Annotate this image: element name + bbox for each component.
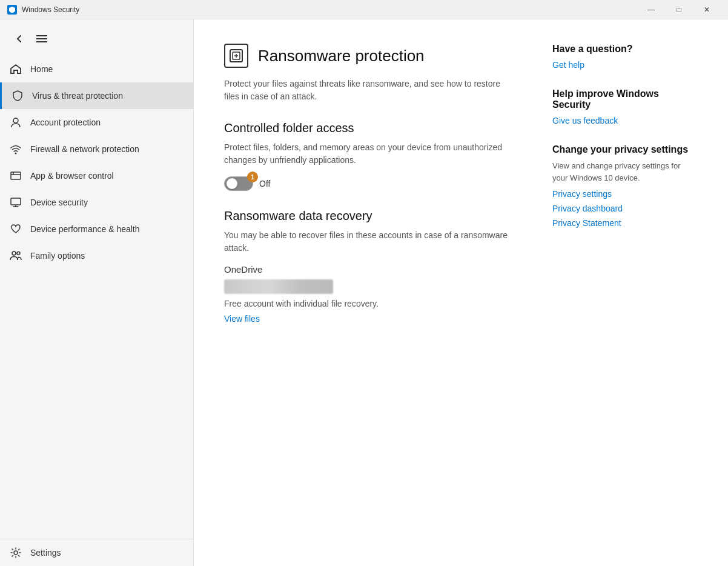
hamburger-line-1 [36,35,47,36]
sidebar-label-account: Account protection [30,118,101,127]
toggle-row: 1 Off [224,176,516,191]
page-icon [224,44,248,68]
home-icon [10,63,22,75]
main-content: Ransomware protection Protect your files… [194,19,728,566]
hamburger-line-2 [36,38,47,39]
minimize-button[interactable]: — [637,0,665,19]
sidebar-item-virus[interactable]: Virus & threat protection [0,82,193,109]
sidebar-item-family[interactable]: Family options [0,242,193,269]
onedrive-avatar [224,279,333,294]
page-description: Protect your files against threats like … [224,78,516,103]
sidebar-item-devicesecurity[interactable]: Device security [0,189,193,216]
svg-point-0 [13,118,18,123]
sidebar-item-account[interactable]: Account protection [0,109,193,136]
sidebar-label-appbrowser: App & browser control [30,171,114,181]
person-icon [10,116,22,128]
privacy-heading: Change your privacy settings [552,144,698,155]
gear-icon [10,547,22,559]
wifi-icon [10,143,22,155]
controlled-folder-title: Controlled folder access [224,121,516,135]
sidebar-label-firewall: Firewall & network protection [30,144,139,154]
sidebar-item-appbrowser[interactable]: App & browser control [0,162,193,189]
hamburger-icon[interactable] [36,35,47,42]
sidebar-item-home[interactable]: Home [0,56,193,82]
sidebar-label-settings: Settings [30,548,61,558]
feedback-link[interactable]: Give us feedback [552,116,618,125]
privacy-statement-link[interactable]: Privacy Statement [552,218,621,228]
question-section: Have a question? Get help [552,44,698,70]
svg-point-7 [17,252,20,255]
back-button[interactable] [10,29,29,48]
sidebar-item-settings[interactable]: Settings [0,539,193,566]
get-help-link[interactable]: Get help [552,60,584,70]
data-recovery-title: Ransomware data recovery [224,209,516,223]
onedrive-label: OneDrive [224,264,516,275]
sidebar-label-devicehealth: Device performance & health [30,224,140,234]
titlebar-title: Windows Security [22,5,637,14]
view-files-link[interactable]: View files [224,314,260,324]
privacy-links: Privacy settings Privacy dashboard Priva… [552,188,698,228]
family-icon [10,250,22,262]
hamburger-line-3 [36,41,47,42]
question-heading: Have a question? [552,44,698,55]
feedback-heading: Help improve Windows Security [552,88,698,110]
account-desc: Free account with individual file recove… [224,299,516,308]
sidebar-top [0,24,193,53]
privacy-section: Change your privacy settings View and ch… [552,144,698,228]
page-title: Ransomware protection [258,47,425,65]
feedback-section: Help improve Windows Security Give us fe… [552,88,698,126]
sidebar-label-virus: Virus & threat protection [32,91,123,101]
toggle-badge: 1 [247,171,258,182]
data-recovery-desc: You may be able to recover files in thes… [224,229,516,255]
window-icon [10,170,22,182]
maximize-button[interactable]: □ [665,0,693,19]
content-left: Ransomware protection Protect your files… [224,44,516,542]
sidebar-label-home: Home [30,64,53,74]
app-container: Home Virus & threat protection Account p… [0,19,728,566]
close-button[interactable]: ✕ [693,0,721,19]
page-header: Ransomware protection [224,44,516,68]
svg-point-6 [12,251,16,255]
sidebar-label-devicesecurity: Device security [30,198,88,207]
heart-icon [10,223,22,235]
shield-icon [12,90,24,102]
privacy-desc: View and change privacy settings for you… [552,160,698,184]
toggle-label: Off [259,179,270,188]
privacy-dashboard-link[interactable]: Privacy dashboard [552,204,623,213]
svg-rect-5 [11,198,21,205]
content-right: Have a question? Get help Help improve W… [552,44,698,542]
svg-point-1 [15,153,17,155]
app-icon [7,5,17,15]
sidebar-label-family: Family options [30,251,85,261]
recovery-section: OneDrive Free account with individual fi… [224,264,516,324]
sidebar-item-devicehealth[interactable]: Device performance & health [0,216,193,242]
computer-icon [10,196,22,208]
privacy-settings-link[interactable]: Privacy settings [552,189,612,199]
svg-rect-2 [11,172,21,179]
titlebar: Windows Security — □ ✕ [0,0,728,19]
toggle-knob [227,178,237,189]
toggle-wrapper[interactable]: 1 [224,176,253,191]
sidebar: Home Virus & threat protection Account p… [0,19,194,566]
sidebar-item-firewall[interactable]: Firewall & network protection [0,136,193,162]
window-controls: — □ ✕ [637,0,721,19]
controlled-folder-desc: Protect files, folders, and memory areas… [224,141,516,167]
svg-point-8 [14,551,18,554]
